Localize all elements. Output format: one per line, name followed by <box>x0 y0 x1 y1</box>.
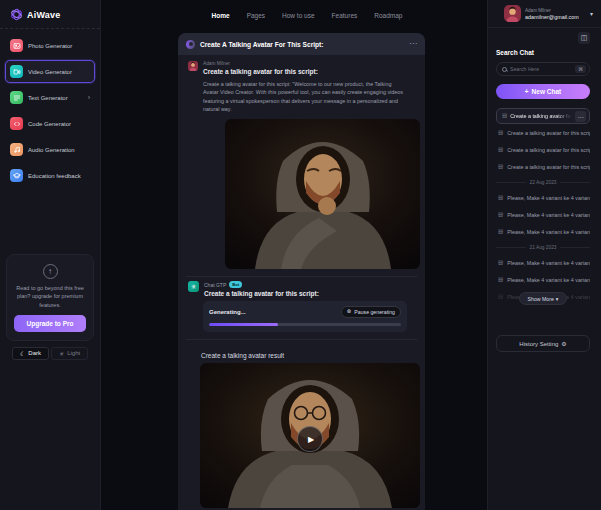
bot-message-title: Create a talking avatar for this script: <box>204 290 319 297</box>
chat-history-item[interactable]: ▤ Please, Make 4 variant ke 4 varian <box>496 254 590 271</box>
new-chat-label: New Chat <box>532 88 562 95</box>
sidebar-item-label: Code Generator <box>28 121 71 127</box>
chat-doc-icon: ▤ <box>498 212 503 218</box>
chat-doc-icon: ▤ <box>498 164 503 170</box>
more-options-icon[interactable]: ⋯ <box>409 40 417 48</box>
chat-item-label: Please, Make 4 variant ke 4 varian <box>507 277 590 283</box>
sidebar-item-photo-generator[interactable]: Photo Generator <box>5 34 95 57</box>
new-chat-button[interactable]: + New Chat <box>496 84 590 99</box>
chat-item-label: Create a talking avatar for this scrip <box>507 164 590 170</box>
nav-how-to-use[interactable]: How to use <box>282 12 315 19</box>
sidebar-item-education-feedback[interactable]: Education feedback <box>5 164 95 187</box>
pause-icon: ⊗ <box>347 309 352 315</box>
chat-item-label: Create a talking avatar for this scrip <box>507 147 590 153</box>
sidebar-item-video-generator[interactable]: Video Generator <box>5 60 95 83</box>
profile-email: adamilner@gmail.com <box>525 14 579 20</box>
chat-doc-icon: ▤ <box>502 113 507 119</box>
chat-doc-icon: ▤ <box>498 277 503 283</box>
chat-doc-icon: ▤ <box>498 130 503 136</box>
sidebar-item-text-generator[interactable]: Text Generator › <box>5 86 95 109</box>
generator-menu: Photo Generator Video Generator Text Gen… <box>0 29 100 192</box>
sidebar-item-label: Education feedback <box>28 173 81 179</box>
light-mode-button[interactable]: ☀ Light <box>51 347 88 360</box>
sidebar-item-audio-generation[interactable]: Audio Generation <box>5 138 95 161</box>
chat-item-label: Please, Make 4 variant ke 4 varian <box>507 212 590 218</box>
gear-icon: ⚙ <box>561 340 566 347</box>
collapse-panel-icon[interactable]: ◫ <box>578 32 590 44</box>
moon-icon: ☾ <box>20 350 25 357</box>
search-field: ⌘ <box>496 62 590 76</box>
prompt-avatar-image <box>225 119 420 269</box>
history-setting-button[interactable]: History Setting ⚙ <box>496 335 590 352</box>
brand-logo[interactable]: AiWave <box>0 0 100 29</box>
result-video-frame: ▶ <box>200 363 420 508</box>
chevron-down-icon: ▾ <box>556 296 559 302</box>
chat-title: Create A Talking Avatar For This Script: <box>200 41 323 48</box>
education-icon <box>10 169 23 182</box>
chat-history-item[interactable]: ▤ Create a talking avatar for this scrip <box>496 124 590 141</box>
chat-history-item[interactable]: ▤ Please, Make 4 variant ke 4 varian <box>496 223 590 240</box>
user-avatar <box>188 61 198 71</box>
upgrade-to-pro-button[interactable]: Upgrade to Pro <box>14 315 86 332</box>
nav-features[interactable]: Features <box>332 12 358 19</box>
profile-meta: Adam Milner adamilner@gmail.com <box>525 8 579 20</box>
theme-toggle: ☾ Dark ☀ Light <box>6 341 94 360</box>
chevron-right-icon: › <box>88 94 90 101</box>
chat-history-item[interactable]: ▤ Please, Make 4 variant ke 4 varian <box>496 189 590 206</box>
upgrade-text: Read to go beyond this free plan? upgrad… <box>14 284 86 309</box>
pause-generating-button[interactable]: ⊗ Pause generating <box>341 306 401 318</box>
brand-name: AiWave <box>27 10 60 20</box>
shortcut-key-badge: ⌘ <box>575 65 586 73</box>
active-chat-item[interactable]: ▤ Create a talking avator for this scrip… <box>496 108 590 124</box>
date-divider: 21 Aug 2023 <box>496 240 590 254</box>
profile-avatar <box>504 5 521 22</box>
photo-icon <box>10 39 23 52</box>
search-input[interactable] <box>510 66 572 72</box>
chat-card: Create A Talking Avatar For This Script:… <box>178 33 425 510</box>
chatgpt-icon: ✳ <box>188 281 199 292</box>
bot-badge: Bot <box>229 281 242 288</box>
chat-history-item[interactable]: ▤ Please, Make 4 variant ke 4 varian <box>496 271 590 288</box>
chat-doc-icon: ▤ <box>498 294 503 300</box>
user-message-author: Adam Milner <box>203 61 318 66</box>
generating-panel: Generating... ⊗ Pause generating <box>203 301 407 332</box>
history-setting-label: History Setting <box>519 341 558 347</box>
bot-author: Chat GTP <box>204 282 226 288</box>
pause-label: Pause generating <box>354 309 395 315</box>
chat-item-label: Please, Make 4 variant ke 4 varian <box>507 195 590 201</box>
show-more-label: Show More <box>528 296 554 302</box>
search-icon <box>502 67 507 72</box>
chat-history-item[interactable]: ▤ Create a talking avatar for this scrip <box>496 141 590 158</box>
chat-options-icon[interactable]: ⋯ <box>575 111 586 122</box>
bot-name-row: Chat GTP Bot <box>204 281 319 288</box>
dark-label: Dark <box>28 350 41 356</box>
chat-item-label: Please, Make 4 variant ke 4 varian <box>507 229 590 235</box>
arrow-up-icon: ↑ <box>43 264 58 279</box>
chat-history-item[interactable]: ▤ Create a talking avatar for this scrip <box>496 158 590 175</box>
nav-pages[interactable]: Pages <box>247 12 265 19</box>
chat-item-label: Please, Make 4 variant ke 4 varian <box>507 260 590 266</box>
chat-history-item[interactable]: ▤ Please, Make 4 variant ke 4 varian <box>496 206 590 223</box>
chevron-down-icon: ▾ <box>590 10 593 17</box>
code-icon <box>10 117 23 130</box>
right-panel: Adam Milner adamilner@gmail.com ▾ ◫ Sear… <box>487 0 601 510</box>
show-more-button[interactable]: Show More ▾ <box>519 292 568 305</box>
user-message-meta: Adam Milner Create a talking avatar for … <box>203 61 318 75</box>
progress-track <box>209 323 401 326</box>
dark-mode-button[interactable]: ☾ Dark <box>12 347 49 360</box>
generating-row: Generating... ⊗ Pause generating <box>209 306 401 318</box>
session-disc-icon <box>186 40 195 49</box>
audio-icon <box>10 143 23 156</box>
sidebar-item-code-generator[interactable]: Code Generator <box>5 112 95 135</box>
date-divider: 22 Aug 2023 <box>496 175 590 189</box>
nav-roadmap[interactable]: Roadmap <box>374 12 402 19</box>
play-button[interactable]: ▶ <box>297 426 323 452</box>
chat-doc-icon: ▤ <box>498 195 503 201</box>
upgrade-section: ↑ Read to go beyond this free plan? upgr… <box>0 254 100 360</box>
active-chat-label: Create a talking avator for this scrip <box>510 113 572 119</box>
progress-fill <box>209 323 278 326</box>
nav-home[interactable]: Home <box>212 12 230 19</box>
app-root: AiWave Photo Generator Video Generator T… <box>0 0 601 510</box>
message-divider <box>186 339 417 340</box>
profile-menu[interactable]: Adam Milner adamilner@gmail.com ▾ <box>488 0 601 28</box>
